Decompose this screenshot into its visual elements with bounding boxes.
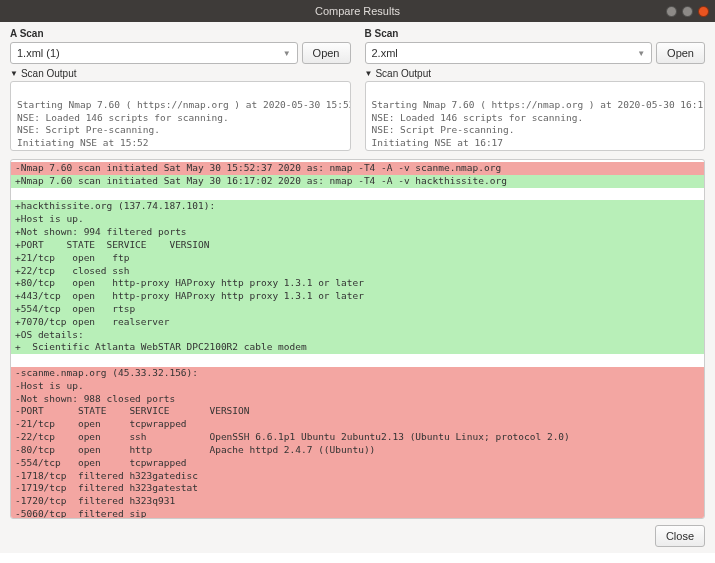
diff-line: -21/tcp open tcpwrapped	[11, 418, 704, 431]
window-titlebar: Compare Results	[0, 0, 715, 22]
triangle-down-icon: ▼	[365, 69, 373, 78]
diff-line: -554/tcp open tcpwrapped	[11, 457, 704, 470]
a-scan-panel: A Scan 1.xml (1) ▼ Open ▼ Scan Output St…	[10, 28, 351, 151]
diff-line: -1720/tcp filtered h323q931	[11, 495, 704, 508]
a-scan-label: A Scan	[10, 28, 351, 39]
diff-line: +hackthissite.org (137.74.187.101):	[11, 200, 704, 213]
window-controls	[666, 6, 709, 17]
triangle-down-icon: ▼	[10, 69, 18, 78]
window-title: Compare Results	[315, 5, 400, 17]
a-scan-file-select[interactable]: 1.xml (1) ▼	[10, 42, 298, 64]
diff-line: +Not shown: 994 filtered ports	[11, 226, 704, 239]
diff-line	[11, 188, 704, 201]
a-scan-open-button[interactable]: Open	[302, 42, 351, 64]
diff-line: +443/tcp open http-proxy HAProxy http pr…	[11, 290, 704, 303]
diff-line: -1719/tcp filtered h323gatestat	[11, 482, 704, 495]
b-scan-open-button[interactable]: Open	[656, 42, 705, 64]
diff-line: -5060/tcp filtered sip	[11, 508, 704, 519]
chevron-down-icon: ▼	[283, 49, 291, 58]
a-scan-output-label: Scan Output	[21, 68, 77, 79]
diff-line: -22/tcp open ssh OpenSSH 6.6.1p1 Ubuntu …	[11, 431, 704, 444]
diff-line: +PORT STATE SERVICE VERSION	[11, 239, 704, 252]
b-scan-panel: B Scan 2.xml ▼ Open ▼ Scan Output Starti…	[365, 28, 706, 151]
b-scan-output-label: Scan Output	[375, 68, 431, 79]
diff-line: -Host is up.	[11, 380, 704, 393]
diff-line: +OS details:	[11, 329, 704, 342]
b-scan-file-value: 2.xml	[372, 47, 398, 59]
diff-line: +7070/tcp open realserver	[11, 316, 704, 329]
b-scan-output-disclosure[interactable]: ▼ Scan Output	[365, 68, 706, 79]
b-scan-file-select[interactable]: 2.xml ▼	[365, 42, 653, 64]
close-icon[interactable]	[698, 6, 709, 17]
content-area: A Scan 1.xml (1) ▼ Open ▼ Scan Output St…	[0, 22, 715, 553]
diff-line	[11, 354, 704, 367]
diff-line: +21/tcp open ftp	[11, 252, 704, 265]
diff-line: + Scientific Atlanta WebSTAR DPC2100R2 c…	[11, 341, 704, 354]
chevron-down-icon: ▼	[637, 49, 645, 58]
a-scan-file-value: 1.xml (1)	[17, 47, 60, 59]
diff-line: -PORT STATE SERVICE VERSION	[11, 405, 704, 418]
minimize-icon[interactable]	[666, 6, 677, 17]
diff-line: +Nmap 7.60 scan initiated Sat May 30 16:…	[11, 175, 704, 188]
a-scan-output-disclosure[interactable]: ▼ Scan Output	[10, 68, 351, 79]
diff-line: +22/tcp closed ssh	[11, 265, 704, 278]
diff-line: -1718/tcp filtered h323gatedisc	[11, 470, 704, 483]
diff-line: -80/tcp open http Apache httpd 2.4.7 ((U…	[11, 444, 704, 457]
diff-line: -Not shown: 988 closed ports	[11, 393, 704, 406]
diff-line: -Nmap 7.60 scan initiated Sat May 30 15:…	[11, 162, 704, 175]
figure-caption-wrap: Convenience	[0, 553, 715, 563]
close-button[interactable]: Close	[655, 525, 705, 547]
a-scan-output-box[interactable]: Starting Nmap 7.60 ( https://nmap.org ) …	[10, 81, 351, 151]
b-scan-output-box[interactable]: Starting Nmap 7.60 ( https://nmap.org ) …	[365, 81, 706, 151]
maximize-icon[interactable]	[682, 6, 693, 17]
diff-line: +Host is up.	[11, 213, 704, 226]
diff-line: -scanme.nmap.org (45.33.32.156):	[11, 367, 704, 380]
b-scan-label: B Scan	[365, 28, 706, 39]
diff-output[interactable]: -Nmap 7.60 scan initiated Sat May 30 15:…	[10, 159, 705, 519]
diff-line: +80/tcp open http-proxy HAProxy http pro…	[11, 277, 704, 290]
diff-line: +554/tcp open rtsp	[11, 303, 704, 316]
